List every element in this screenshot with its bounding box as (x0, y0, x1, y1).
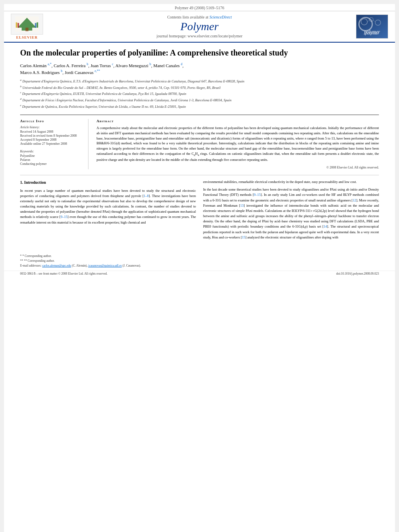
email-2-link[interactable]: jcasanovas@quimica.udl.es (88, 264, 122, 267)
keyword-polaron: Polaron (20, 158, 82, 162)
affiliation-a: a Departament d'Enginyeria Química, E.T.… (20, 78, 379, 84)
affiliation-c: c Departament d'Enginyeria Química, EUET… (20, 90, 379, 97)
article-abstract-section: Article Info Article history: Received 1… (20, 115, 379, 169)
author-1: Carlos Alemán a,*, Carlos A. Ferreira b,… (20, 63, 183, 68)
sciencedirect-link[interactable]: ScienceDirect (210, 15, 232, 19)
affiliation-d: d Departament de Física i Enginyeria Nuc… (20, 97, 379, 103)
ref-9-15b[interactable]: 9–15 (254, 193, 261, 197)
bottom-bar: 0032-3861/$ – see front matter © 2008 El… (4, 271, 395, 276)
svg-rect-2 (25, 28, 28, 31)
svg-point-8 (361, 19, 368, 25)
ref-15[interactable]: 15 (242, 235, 245, 239)
accepted-date: Accepted 8 September 2008 (20, 138, 82, 142)
polymer-logo-box: polymer (354, 14, 390, 39)
abstract-title: Abstract (97, 119, 379, 123)
paper-title: On the molecular properties of polyanili… (20, 47, 379, 58)
email-1-name: (C. Alemán), (72, 264, 88, 267)
svg-line-11 (367, 20, 369, 22)
journal-homepage: journal homepage: www.elsevier.com/locat… (49, 34, 350, 38)
history-label: Article history: (20, 125, 82, 129)
abstract-section: Abstract A comprehensive study about the… (97, 119, 379, 169)
sciencedirect-line: Contents lists available at ScienceDirec… (49, 15, 350, 19)
footnote-double-star: ** ** Corresponding author. (20, 259, 379, 263)
ref-12[interactable]: 12 (353, 198, 356, 202)
keyword-conducting: Conducting polymer (20, 162, 82, 166)
email-1-link[interactable]: carlos.aleman@upc.edu (42, 264, 71, 267)
abstract-text: A comprehensive study about the molecula… (97, 125, 379, 162)
body-col-right: environmental stabilities, remarkable el… (203, 179, 379, 242)
corresponding-author-label-2: ** Corresponding author. (24, 259, 54, 263)
ref-9-15[interactable]: 9–15 (61, 215, 68, 219)
svg-rect-5 (35, 23, 37, 28)
intro-para-3: In the last decade some theoretical stud… (203, 187, 379, 240)
email-2-name: (J. Casanovas). (123, 264, 141, 267)
affiliations: a Departament d'Enginyeria Química, E.T.… (20, 78, 379, 109)
body-columns: 1. Introduction In recent years a large … (20, 179, 379, 242)
keyword-polyaniline: Polyaniline (20, 154, 82, 158)
svg-rect-7 (356, 15, 388, 39)
journal-title: Polymer (49, 20, 350, 33)
keywords-title: Keywords: (20, 150, 82, 153)
intro-para-2: environmental stabilities, remarkable el… (203, 179, 379, 185)
journal-center: Contents lists available at ScienceDirec… (49, 15, 350, 38)
elsevier-logo: ELSEVIER (9, 14, 45, 39)
footnote-star: * * Corresponding author. (20, 254, 379, 258)
article-info-title: Article Info (20, 119, 82, 123)
affiliation-b: b Universidade Federal do Rio Grande do … (20, 84, 379, 90)
main-content: On the molecular properties of polyanili… (4, 43, 395, 251)
elsevier-logo-box (11, 14, 43, 35)
intro-num: 1. (20, 180, 23, 185)
polymer-logo-svg: polymer (356, 14, 388, 39)
elsevier-wordmark: ELSEVIER (16, 35, 38, 39)
affiliation-e: e Departament de Química, Escola Politèc… (20, 103, 379, 109)
svg-rect-3 (16, 23, 17, 28)
keywords-section: Keywords: Polyaniline Polaron Conducting… (20, 150, 82, 166)
intro-heading: 1. Introduction (20, 179, 196, 186)
journal-citation: Polymer 49 (2008) 5169–5176 (175, 6, 224, 10)
ref-1-8[interactable]: 1–8 (144, 194, 149, 198)
svg-text:polymer: polymer (364, 31, 379, 35)
body-col-left: 1. Introduction In recent years a large … (20, 179, 196, 242)
page: Polymer 49 (2008) 5169–5176 ELSEVIER (4, 4, 395, 532)
intro-title: Introduction (24, 180, 46, 185)
svg-rect-4 (18, 23, 19, 28)
revised-date: Received in revised form 8 September 200… (20, 134, 82, 138)
article-info: Article Info Article history: Received 1… (20, 119, 88, 169)
ref-14[interactable]: 14 (324, 224, 327, 228)
copyright-bottom: 0032-3861/$ – see front matter © 2008 El… (20, 272, 107, 275)
top-bar: Polymer 49 (2008) 5169–5176 (4, 4, 395, 11)
intro-para-1: In recent years a large number of quantu… (20, 188, 196, 225)
journal-header: ELSEVIER Contents lists available at Sci… (4, 11, 395, 43)
corresponding-author-label: * Corresponding author. (23, 254, 52, 258)
author-2: Marco A.S. Rodrigues b, Jordi Casanovas … (20, 70, 100, 75)
copyright-line: © 2008 Elsevier Ltd. All rights reserved… (97, 166, 379, 169)
footnotes: * * Corresponding author. ** ** Correspo… (20, 254, 379, 268)
email-label: E-mail addresses: (20, 264, 41, 267)
doi-label: doi:10.1016/j.polymer.2008.09.023 (336, 272, 379, 275)
elsevier-tree-icon (15, 16, 39, 32)
ref-13[interactable]: 13 (240, 203, 244, 207)
svg-rect-6 (37, 23, 38, 28)
polymer-logo-image: polymer (356, 14, 388, 39)
received-date: Received 14 August 2008 (20, 130, 82, 134)
authors-line: Carlos Alemán a,*, Carlos A. Ferreira b,… (20, 62, 379, 76)
footnote-emails: E-mail addresses: carlos.aleman@upc.edu … (20, 263, 379, 268)
online-date: Available online 27 September 2008 (20, 142, 82, 146)
section-divider (20, 175, 379, 175)
